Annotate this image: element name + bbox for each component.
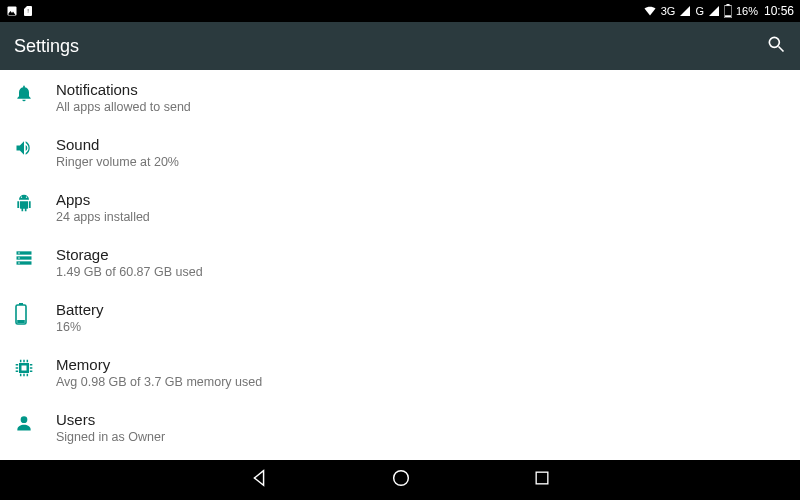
svg-point-8 — [26, 197, 27, 198]
svg-rect-3 — [726, 4, 729, 6]
item-title: Storage — [56, 246, 203, 263]
sd-card-icon: ! — [22, 5, 34, 17]
navigation-bar — [0, 460, 800, 500]
svg-rect-19 — [22, 366, 27, 371]
clock: 10:56 — [764, 4, 794, 18]
item-title: Apps — [56, 191, 150, 208]
svg-rect-17 — [17, 320, 25, 323]
item-subtitle: All apps allowed to send — [56, 100, 191, 114]
svg-rect-22 — [536, 472, 548, 484]
back-button[interactable] — [248, 467, 270, 493]
person-icon — [14, 411, 56, 433]
settings-item-battery[interactable]: Battery 16% — [0, 290, 800, 345]
image-icon — [6, 5, 18, 17]
item-subtitle: Ringer volume at 20% — [56, 155, 179, 169]
battery-percent: 16% — [736, 5, 758, 17]
item-subtitle: 16% — [56, 320, 104, 334]
svg-point-12 — [18, 252, 20, 254]
settings-list: Notifications All apps allowed to send S… — [0, 70, 800, 460]
item-title: Users — [56, 411, 165, 428]
signal-icon-1 — [679, 5, 691, 17]
home-button[interactable] — [390, 467, 412, 493]
memory-icon — [14, 356, 56, 378]
svg-point-13 — [18, 257, 20, 259]
app-bar: Settings — [0, 22, 800, 70]
svg-point-14 — [18, 262, 20, 264]
signal-icon-2 — [708, 5, 720, 17]
android-icon — [14, 191, 56, 213]
item-subtitle: 1.49 GB of 60.87 GB used — [56, 265, 203, 279]
settings-item-apps[interactable]: Apps 24 apps installed — [0, 180, 800, 235]
item-title: Memory — [56, 356, 262, 373]
network-type-1: 3G — [661, 5, 676, 17]
page-title: Settings — [14, 36, 79, 57]
settings-item-storage[interactable]: Storage 1.49 GB of 60.87 GB used — [0, 235, 800, 290]
item-title: Sound — [56, 136, 179, 153]
svg-point-7 — [21, 197, 22, 198]
item-subtitle: 24 apps installed — [56, 210, 150, 224]
battery-icon — [724, 4, 732, 18]
item-subtitle: Signed in as Owner — [56, 430, 165, 444]
settings-item-memory[interactable]: Memory Avg 0.98 GB of 3.7 GB memory used — [0, 345, 800, 400]
item-subtitle: Avg 0.98 GB of 3.7 GB memory used — [56, 375, 262, 389]
network-type-2: G — [695, 5, 704, 17]
svg-point-21 — [394, 471, 409, 486]
volume-icon — [14, 136, 56, 158]
settings-item-notifications[interactable]: Notifications All apps allowed to send — [0, 70, 800, 125]
svg-rect-4 — [725, 15, 731, 17]
settings-item-users[interactable]: Users Signed in as Owner — [0, 400, 800, 455]
wifi-icon — [643, 5, 657, 17]
svg-point-5 — [769, 37, 779, 47]
battery-icon — [14, 301, 56, 325]
svg-point-20 — [21, 416, 28, 423]
search-button[interactable] — [766, 34, 786, 58]
recents-button[interactable] — [532, 468, 552, 492]
item-title: Battery — [56, 301, 104, 318]
status-bar: ! 3G G 16% 10:56 — [0, 0, 800, 22]
svg-rect-16 — [19, 303, 23, 305]
item-title: Notifications — [56, 81, 191, 98]
bell-icon — [14, 81, 56, 103]
svg-line-6 — [779, 47, 784, 52]
settings-item-sound[interactable]: Sound Ringer volume at 20% — [0, 125, 800, 180]
storage-icon — [14, 246, 56, 268]
